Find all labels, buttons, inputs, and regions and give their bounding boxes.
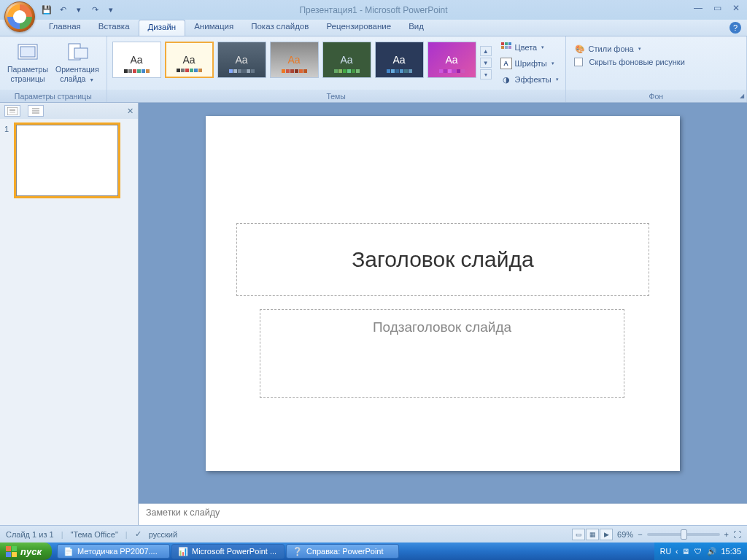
word-icon: 📄: [63, 547, 74, 556]
theme-thumb-5[interactable]: Aa: [322, 42, 371, 78]
gallery-down-button[interactable]: ▼: [480, 58, 492, 68]
svg-rect-11: [9, 109, 15, 111]
hide-background-graphics-checkbox[interactable]: Скрыть фоновые рисунки: [571, 56, 741, 68]
tray-icon[interactable]: 🛡: [694, 547, 703, 556]
subtitle-placeholder[interactable]: Подзаголовок слайда: [260, 309, 624, 398]
zoom-out-button[interactable]: −: [638, 530, 642, 539]
background-styles-icon: 🎨: [574, 43, 586, 55]
slide-canvas-area[interactable]: Заголовок слайда Подзаголовок слайда: [139, 103, 747, 503]
tray-icon[interactable]: 🖥: [682, 547, 690, 556]
view-sorter-button[interactable]: ▦: [586, 529, 599, 540]
undo-icon[interactable]: ↶: [56, 4, 69, 17]
group-label-themes: Темы: [107, 90, 565, 102]
theme-thumb-1[interactable]: Aa: [112, 42, 161, 78]
fonts-label: Шрифты: [515, 59, 547, 68]
tab-review[interactable]: Рецензирование: [317, 20, 400, 36]
panel-close-icon[interactable]: ✕: [127, 106, 133, 116]
zoom-level[interactable]: 69%: [617, 530, 633, 539]
view-buttons: ▭ ▦ ▶: [572, 529, 613, 540]
help-icon[interactable]: ?: [729, 22, 741, 34]
close-button[interactable]: ✕: [729, 2, 743, 14]
slide-thumbnail-1[interactable]: 1: [0, 119, 138, 202]
notes-pane[interactable]: Заметки к слайду: [139, 503, 747, 525]
themes-gallery: Aa Aa Aa Aa Aa Aa Aa: [111, 39, 478, 87]
tab-insert[interactable]: Вставка: [90, 20, 139, 36]
tab-design[interactable]: Дизайн: [139, 20, 186, 36]
fonts-icon: A: [500, 58, 512, 69]
taskbar-item-word[interactable]: 📄Методичка PP2007....: [57, 544, 170, 559]
window-controls: — ▭ ✕: [691, 2, 743, 14]
maximize-button[interactable]: ▭: [710, 2, 724, 14]
redo-icon[interactable]: ↷: [88, 4, 101, 17]
fit-to-window-button[interactable]: ⛶: [733, 530, 741, 539]
themes-gallery-spinner: ▲ ▼ ▾: [480, 39, 492, 87]
qat-menu-arrow[interactable]: ▾: [104, 4, 117, 17]
theme-thumb-2[interactable]: Aa: [165, 42, 214, 78]
chevron-down-icon: ▾: [551, 61, 554, 66]
taskbar-item-label: Методичка PP2007....: [77, 547, 158, 556]
view-slideshow-button[interactable]: ▶: [600, 529, 613, 540]
theme-thumb-4[interactable]: Aa: [270, 42, 319, 78]
tray-clock[interactable]: 15:35: [721, 547, 741, 556]
taskbar-item-help[interactable]: ❔Справка: PowerPoint: [286, 544, 399, 559]
svg-rect-8: [505, 46, 508, 49]
ribbon-group-themes: Aa Aa Aa Aa Aa Aa Aa ▲ ▼ ▾ Цвета▾ AШрифт…: [107, 36, 566, 102]
theme-thumb-6[interactable]: Aa: [375, 42, 424, 78]
spellcheck-icon[interactable]: ✓: [135, 529, 142, 539]
tab-slides-icon[interactable]: [4, 105, 20, 117]
orientation-label: Ориентация слайда ▼: [55, 65, 99, 83]
tab-slideshow[interactable]: Показ слайдов: [242, 20, 317, 36]
tab-view[interactable]: Вид: [400, 20, 433, 36]
start-button[interactable]: пуск: [0, 542, 52, 560]
effects-label: Эффекты: [515, 75, 551, 84]
status-language[interactable]: русский: [149, 530, 177, 539]
editor-area: Заголовок слайда Подзаголовок слайда Зам…: [139, 103, 747, 525]
ribbon-tabs: Главная Вставка Дизайн Анимация Показ сл…: [0, 20, 747, 36]
colors-label: Цвета: [515, 43, 538, 52]
ribbon-group-background: 🎨Стили фона▾ Скрыть фоновые рисунки Фон◢: [566, 36, 747, 102]
taskbar-item-powerpoint[interactable]: 📊Microsoft PowerPoint ...: [171, 544, 285, 559]
office-button[interactable]: [4, 1, 35, 32]
orientation-icon: [66, 40, 89, 63]
minimize-button[interactable]: —: [691, 2, 705, 14]
orientation-button[interactable]: Ориентация слайда ▼: [52, 39, 103, 85]
dialog-launcher-icon[interactable]: ◢: [740, 93, 744, 99]
theme-thumb-3[interactable]: Aa: [217, 42, 266, 78]
tray-language[interactable]: RU: [660, 547, 671, 556]
zoom-in-button[interactable]: +: [724, 530, 729, 539]
tab-home[interactable]: Главная: [40, 20, 90, 36]
tab-outline-icon[interactable]: [28, 105, 44, 117]
gallery-more-button[interactable]: ▾: [480, 69, 492, 79]
svg-rect-9: [508, 46, 511, 49]
svg-rect-5: [505, 42, 508, 45]
chevron-down-icon: ▼: [89, 77, 94, 82]
gallery-up-button[interactable]: ▲: [480, 46, 492, 56]
zoom-slider-knob[interactable]: [681, 529, 687, 540]
save-icon[interactable]: 💾: [40, 4, 53, 17]
page-setup-button[interactable]: Параметры страницы: [4, 39, 52, 85]
svg-rect-6: [508, 42, 511, 45]
theme-thumb-7[interactable]: Aa: [427, 42, 476, 78]
tray-icon[interactable]: 🔊: [707, 547, 716, 556]
windows-logo-icon: [6, 546, 17, 557]
effects-button[interactable]: ◑Эффекты▾: [498, 72, 562, 87]
chevron-down-icon: ▾: [556, 77, 559, 82]
tab-animations[interactable]: Анимация: [185, 20, 242, 36]
slide-canvas[interactable]: Заголовок слайда Подзаголовок слайда: [206, 116, 680, 471]
background-styles-button[interactable]: 🎨Стили фона▾: [571, 42, 741, 56]
tray-icon[interactable]: ‹: [676, 547, 678, 556]
svg-rect-1: [20, 47, 35, 57]
ribbon-group-page-setup: Параметры страницы Ориентация слайда ▼ П…: [0, 36, 107, 102]
status-slide-info: Слайд 1 из 1: [6, 530, 54, 539]
system-tray: RU ‹ 🖥 🛡 🔊 15:35: [654, 542, 747, 560]
view-normal-button[interactable]: ▭: [572, 529, 585, 540]
window-title: Презентация1 - Microsoft PowerPoint: [299, 5, 447, 15]
help-icon: ❔: [293, 547, 303, 556]
colors-button[interactable]: Цвета▾: [498, 40, 562, 55]
zoom-slider[interactable]: [647, 533, 720, 536]
fonts-button[interactable]: AШрифты▾: [498, 56, 562, 71]
workspace: ✕ 1 Заголовок слайда Подзаголовок слайда…: [0, 103, 747, 525]
taskbar-item-label: Microsoft PowerPoint ...: [192, 547, 276, 556]
qat-sep: ▾: [72, 4, 85, 17]
title-placeholder[interactable]: Заголовок слайда: [236, 223, 649, 296]
